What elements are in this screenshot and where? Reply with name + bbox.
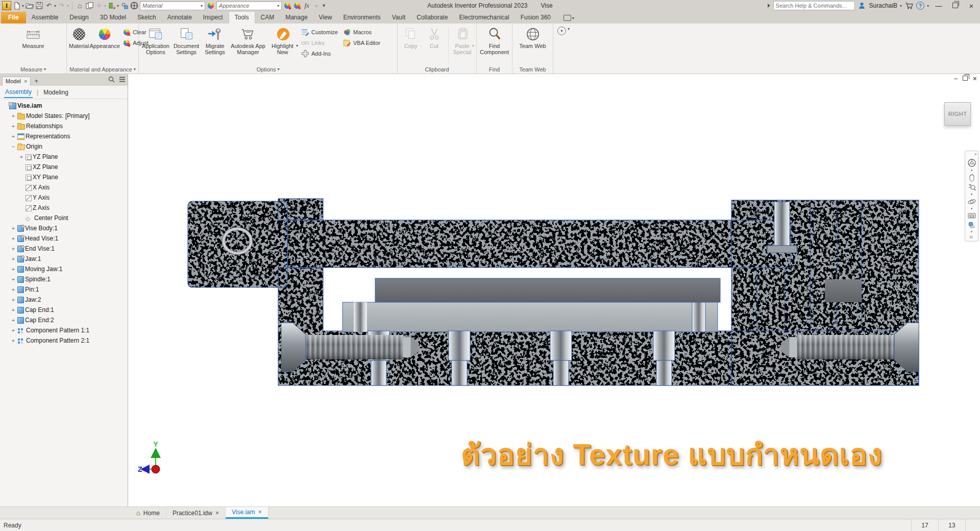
tree-item-xy-plane[interactable]: XY Plane [0,172,128,182]
clear-appearance-icon[interactable] [293,1,301,10]
tree-item-pin-1[interactable]: +Pin:1 [0,284,128,295]
tab-assembly[interactable]: Assembly [4,87,33,98]
ribbon-tab-inspect[interactable]: Inspect [198,12,229,23]
panel-label-material-appearance[interactable]: Material and Appearance▾ [67,65,138,74]
iproperties-button[interactable] [85,1,93,10]
material-button[interactable]: Material [69,25,89,55]
search-input[interactable] [773,1,855,10]
tab-modeling[interactable]: Modeling [42,87,69,98]
tree-expander-icon[interactable]: + [10,286,16,293]
doc-minimize-button[interactable]: – [954,75,958,82]
tree-expander-icon[interactable]: − [10,143,16,150]
restore-button[interactable] [948,2,962,10]
tree-expander-icon[interactable]: + [10,276,16,282]
appearance-button[interactable]: Appearance [90,25,119,55]
tree-expander-icon[interactable]: + [10,246,16,252]
close-button[interactable]: × [965,2,978,10]
user-name[interactable]: SurachaiB [869,2,897,9]
ribbon-tab-electromechanical[interactable]: Electromechanical [454,12,515,23]
ribbon-tab-collaborate[interactable]: Collaborate [411,12,453,23]
ribbon-collapse-button[interactable]: ▾ [557,27,566,35]
viewcube[interactable]: RIGHT [944,102,971,126]
highlight-new-button[interactable]: Highlight New▾ [268,25,298,55]
orbit-icon[interactable] [967,198,976,206]
panel-label-measure[interactable]: Measure▾ [0,65,66,74]
doc-tab-practice01-idw[interactable]: Practice01.idw× [166,507,226,519]
ribbon-tab-tools[interactable]: Tools [229,11,255,23]
tree-expander-icon[interactable]: + [10,113,16,119]
qat-customize-caret[interactable]: ▼ [322,3,326,8]
migrate-settings-button[interactable]: Migrate Settings [202,25,228,55]
ribbon-collapse-caret[interactable]: ▾ [568,27,570,31]
find-component-button[interactable]: Find Component [480,25,509,55]
tree-item-component-pattern-1-1[interactable]: +Component Pattern 1:1 [0,325,128,335]
save-button[interactable] [35,1,43,10]
measure-button[interactable]: Measure [18,25,48,55]
tree-expander-icon[interactable]: + [10,307,16,313]
ribbon-tab-vault[interactable]: Vault [386,12,411,23]
pan-icon[interactable] [968,174,976,182]
close-tab-icon[interactable]: × [258,509,262,516]
highlight-new-caret[interactable]: ▾ [296,43,298,49]
adjust-appearance-icon[interactable] [283,1,291,10]
tree-item-z-axis[interactable]: Z Axis [0,203,128,213]
ribbon-tab-design[interactable]: Design [64,12,94,23]
browser-search-icon[interactable] [108,76,115,84]
tree-item-end-vise-1[interactable]: +End Vise:1 [0,244,128,254]
ribbon-tab-view[interactable]: View [313,12,338,23]
ribbon-tab-3d-model[interactable]: 3D Model [94,12,132,23]
user-menu-caret[interactable]: ▾ [900,4,902,8]
document-settings-button[interactable]: Document Settings [172,25,201,55]
search-flyout-icon[interactable] [768,4,770,8]
tree-expander-icon[interactable]: + [10,235,16,242]
tree-item-vise-body-1[interactable]: +Vise Body:1 [0,223,128,233]
inventor-logo-icon[interactable]: I [2,1,11,10]
tree-item-center-point[interactable]: Center Point [0,213,128,223]
browser-menu-icon[interactable] [119,77,126,84]
doc-tab-vise-iam[interactable]: Vise.iam× [226,507,268,519]
doc-close-button[interactable]: × [973,75,977,83]
fx-parameters-icon[interactable]: fx [303,1,311,10]
measure-qat-caret[interactable]: ▾ [117,4,119,8]
tree-expander-icon[interactable]: + [10,317,16,323]
doc-restore-button[interactable] [963,75,968,82]
home-button[interactable]: ⌂ [76,1,84,10]
tree-item-moving-jaw-1[interactable]: +Moving Jaw:1 [0,264,128,274]
browser-add-tab-button[interactable]: + [32,76,41,86]
tree-item-xz-plane[interactable]: XZ Plane [0,162,128,172]
close-tab-icon[interactable]: × [215,510,219,517]
ribbon-tab-sketch[interactable]: Sketch [132,12,162,23]
color-wheel-icon[interactable] [207,1,215,10]
macros-button[interactable]: Macros [343,28,380,36]
measure-qat-button[interactable] [108,1,116,10]
add-ins-button[interactable]: Add-Ins [301,50,338,58]
tree-item-jaw-2[interactable]: +Jaw:2 [0,295,128,305]
tree-item-x-axis[interactable]: X Axis [0,182,128,192]
new-file-button[interactable] [13,1,21,10]
walk-icon[interactable] [968,221,976,229]
tree-expander-icon[interactable]: + [10,133,16,139]
zoom-icon[interactable] [968,183,976,191]
joint-button[interactable] [120,1,129,10]
customize-button[interactable]: Customize [301,28,338,36]
tree-item-origin[interactable]: −Origin [0,141,128,152]
minimize-button[interactable]: — [932,2,945,10]
tree-expander-icon[interactable]: + [10,266,16,272]
tree-expander-icon[interactable]: + [18,154,24,160]
tree-item-spindle-1[interactable]: +Spindle:1 [0,274,128,284]
tree-item-cap-end-1[interactable]: +Cap End:1 [0,305,128,315]
team-web-button[interactable]: Team Web [518,25,548,55]
tree-expander-icon[interactable]: + [10,123,16,129]
tree-item-yz-plane[interactable]: +YZ Plane [0,152,128,162]
material-combo[interactable]: Material▾ [140,2,205,10]
tree-expander-icon[interactable]: + [10,327,16,333]
tree-item-cap-end-2[interactable]: +Cap End:2 [0,315,128,325]
tree-item-jaw-1[interactable]: +Jaw:1 [0,254,128,264]
ribbon-display-toggle[interactable]: ▾ [564,15,574,23]
appearance-combo[interactable]: Appearance▾ [216,2,282,10]
tree-item-relationships[interactable]: +Relationships [0,121,128,131]
tree-item-representations[interactable]: +Representations [0,131,128,141]
tree-item-vise-iam[interactable]: Vise.iam [0,101,128,111]
undo-button[interactable]: ↶ [45,1,53,10]
vba-editor-button[interactable]: VBA Editor [343,39,380,47]
